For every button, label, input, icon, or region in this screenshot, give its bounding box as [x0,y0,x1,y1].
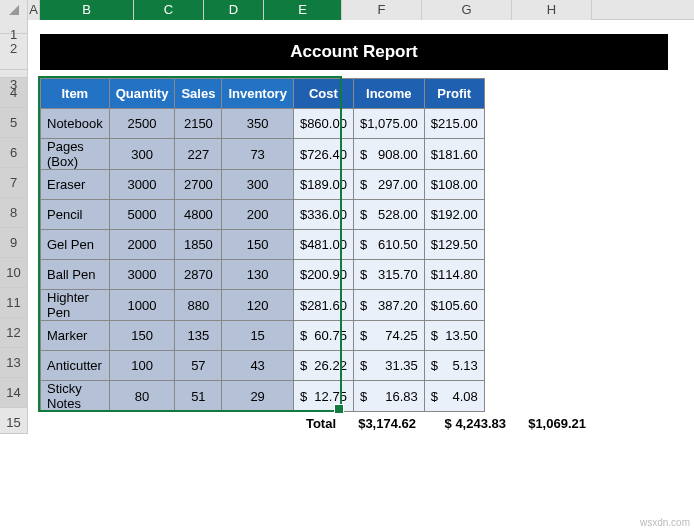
cell-sales[interactable]: 880 [175,290,222,321]
cell-sales[interactable]: 2870 [175,260,222,290]
total-label[interactable]: Total [266,416,344,431]
cell-profit[interactable]: $4.08 [424,381,484,412]
cell-quantity[interactable]: 100 [109,351,175,381]
row-header-4[interactable]: 4 [0,78,28,108]
row-header-3[interactable]: 3 [0,70,28,78]
cell-sales[interactable]: 2700 [175,170,222,200]
cell-quantity[interactable]: 80 [109,381,175,412]
cell-quantity[interactable]: 300 [109,139,175,170]
col-header-A[interactable]: A [28,0,40,20]
cell-inventory[interactable]: 43 [222,351,294,381]
cell-quantity[interactable]: 150 [109,321,175,351]
row-header-15[interactable]: 15 [0,408,28,434]
cell-sales[interactable]: 57 [175,351,222,381]
cell-income[interactable]: $387.20 [353,290,424,321]
cell-item[interactable]: Anticutter [41,351,110,381]
cell-sales[interactable]: 1850 [175,230,222,260]
row-header-8[interactable]: 8 [0,198,28,228]
cell-inventory[interactable]: 130 [222,260,294,290]
cell-item[interactable]: Pages (Box) [41,139,110,170]
total-profit[interactable]: $1,069.21 [514,416,594,431]
row-header-5[interactable]: 5 [0,108,28,138]
cell-item[interactable]: Ball Pen [41,260,110,290]
row-header-12[interactable]: 12 [0,318,28,348]
cell-quantity[interactable]: 5000 [109,200,175,230]
cell-item[interactable]: Gel Pen [41,230,110,260]
header-sales[interactable]: Sales [175,79,222,109]
cell-income[interactable]: $610.50 [353,230,424,260]
col-header-D[interactable]: D [204,0,264,20]
col-header-B[interactable]: B [40,0,134,20]
cell-quantity[interactable]: 2000 [109,230,175,260]
cell-quantity[interactable]: 1000 [109,290,175,321]
cell-inventory[interactable]: 350 [222,109,294,139]
cell-item[interactable]: Marker [41,321,110,351]
cell-profit[interactable]: $114.80 [424,260,484,290]
cell-profit[interactable]: $129.50 [424,230,484,260]
row-header-9[interactable]: 9 [0,228,28,258]
col-header-E[interactable]: E [264,0,342,20]
cell-item[interactable]: Notebook [41,109,110,139]
cell-cost[interactable]: $281.60 [293,290,353,321]
cell-sales[interactable]: 2150 [175,109,222,139]
row-header-10[interactable]: 10 [0,258,28,288]
cell-item[interactable]: Sticky Notes [41,381,110,412]
row-header-13[interactable]: 13 [0,348,28,378]
cell-income[interactable]: $74.25 [353,321,424,351]
cell-inventory[interactable]: 150 [222,230,294,260]
cell-quantity[interactable]: 3000 [109,170,175,200]
cell-inventory[interactable]: 200 [222,200,294,230]
cell-cost[interactable]: $189.00 [293,170,353,200]
header-income[interactable]: Income [353,79,424,109]
cell-income[interactable]: $31.35 [353,351,424,381]
cell-cost[interactable]: $12.75 [293,381,353,412]
cell-income[interactable]: $1,075.00 [353,109,424,139]
cell-income[interactable]: $315.70 [353,260,424,290]
row-header-6[interactable]: 6 [0,138,28,168]
cell-sales[interactable]: 227 [175,139,222,170]
header-inventory[interactable]: Inventory [222,79,294,109]
cell-item[interactable]: Pencil [41,200,110,230]
report-title[interactable]: Account Report [40,34,668,70]
cell-cost[interactable]: $726.40 [293,139,353,170]
total-income[interactable]: $ 4,243.83 [424,416,514,431]
cell-cost[interactable]: $336.00 [293,200,353,230]
cell-cost[interactable]: $26.22 [293,351,353,381]
cell-sales[interactable]: 51 [175,381,222,412]
col-header-C[interactable]: C [134,0,204,20]
cell-income[interactable]: $908.00 [353,139,424,170]
cell-profit[interactable]: $5.13 [424,351,484,381]
cell-quantity[interactable]: 2500 [109,109,175,139]
cell-income[interactable]: $16.83 [353,381,424,412]
col-header-H[interactable]: H [512,0,592,20]
row-header-11[interactable]: 11 [0,288,28,318]
cell-profit[interactable]: $192.00 [424,200,484,230]
select-all-corner[interactable] [0,0,28,20]
cell-profit[interactable]: $105.60 [424,290,484,321]
cell-sales[interactable]: 135 [175,321,222,351]
col-header-F[interactable]: F [342,0,422,20]
cell-cost[interactable]: $200.90 [293,260,353,290]
cell-profit[interactable]: $215.00 [424,109,484,139]
cell-income[interactable]: $528.00 [353,200,424,230]
cell-sales[interactable]: 4800 [175,200,222,230]
col-header-G[interactable]: G [422,0,512,20]
cell-inventory[interactable]: 15 [222,321,294,351]
cell-income[interactable]: $297.00 [353,170,424,200]
cell-profit[interactable]: $13.50 [424,321,484,351]
header-quantity[interactable]: Quantity [109,79,175,109]
cell-item[interactable]: Highter Pen [41,290,110,321]
cell-cost[interactable]: $860.00 [293,109,353,139]
total-cost[interactable]: $3,174.62 [344,416,424,431]
cell-item[interactable]: Eraser [41,170,110,200]
cell-cost[interactable]: $481.00 [293,230,353,260]
row-header-14[interactable]: 14 [0,378,28,408]
cell-quantity[interactable]: 3000 [109,260,175,290]
header-profit[interactable]: Profit [424,79,484,109]
row-header-7[interactable]: 7 [0,168,28,198]
cell-inventory[interactable]: 120 [222,290,294,321]
cell-profit[interactable]: $181.60 [424,139,484,170]
header-item[interactable]: Item [41,79,110,109]
cell-inventory[interactable]: 73 [222,139,294,170]
cell-cost[interactable]: $60.75 [293,321,353,351]
